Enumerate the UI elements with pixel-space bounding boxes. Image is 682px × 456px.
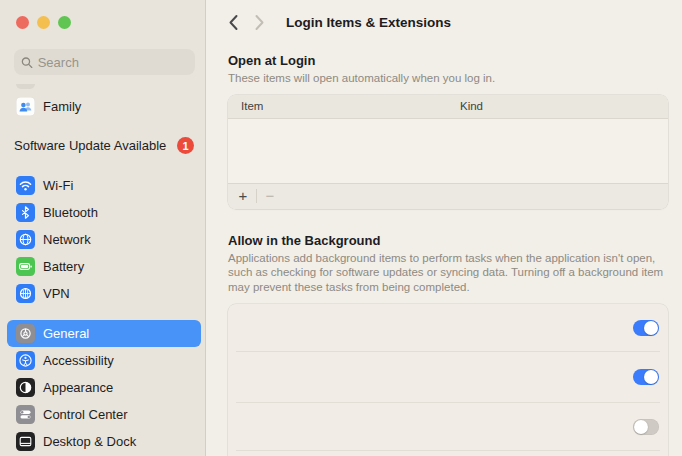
content-header: Login Items & Extensions [206,0,682,44]
search-field[interactable] [14,49,195,75]
sidebar-item-network[interactable]: Network [7,226,201,253]
gear-icon [16,324,35,343]
login-items-table: Item Kind + − [228,95,668,209]
partial-list-item [16,84,35,89]
sidebar-item-label: Desktop & Dock [43,434,136,449]
accessibility-icon [16,351,35,370]
background-item-toggle[interactable] [633,419,659,435]
column-header-item: Item [228,100,263,112]
minimize-window-button[interactable] [37,16,50,29]
page-title: Login Items & Extensions [286,15,451,30]
open-at-login-heading: Open at Login [228,53,668,68]
battery-icon [16,257,35,276]
row-separator [236,450,660,451]
forward-button[interactable] [246,9,272,35]
search-icon [21,56,33,69]
sidebar-item-family[interactable]: Family [7,93,201,120]
sidebar-item-general[interactable]: General [7,320,201,347]
background-item-row [228,403,668,450]
zoom-window-button[interactable] [58,16,71,29]
sidebar-item-label: Family [43,99,81,114]
sidebar-item-label: Network [43,232,91,247]
control-center-icon [16,405,35,424]
sidebar-item-label: Battery [43,259,84,274]
sidebar-list: Family Software Update Available 1 Wi-Fi [0,84,205,455]
background-item-row [228,304,668,351]
toggle-knob [644,370,658,384]
allow-background-heading: Allow in the Background [228,233,668,248]
sidebar-item-accessibility[interactable]: Accessibility [7,347,201,374]
sidebar-item-control-center[interactable]: Control Center [7,401,201,428]
sidebar-item-label: Appearance [43,380,113,395]
button-divider [256,189,257,203]
background-item-row [228,352,668,402]
background-item-toggle[interactable] [633,369,659,385]
add-item-button[interactable]: + [232,186,254,206]
globe-icon [16,230,35,249]
toggle-knob [644,321,658,335]
table-footer: + − [228,183,668,209]
update-count-badge: 1 [177,137,194,154]
wifi-icon [16,176,35,195]
allow-background-description: Applications add background items to per… [228,251,668,295]
sidebar-item-label: Wi-Fi [43,178,73,193]
window-controls [16,16,71,29]
toggle-knob [634,420,648,434]
background-item-toggle[interactable] [633,320,659,336]
content-pane: Login Items & Extensions Open at Login T… [206,0,682,456]
background-items-list [228,304,668,456]
bluetooth-icon [16,203,35,222]
sidebar-item-vpn[interactable]: VPN [7,280,201,307]
table-header: Item Kind [228,95,668,119]
sidebar-item-label: Bluetooth [43,205,98,220]
sidebar-item-bluetooth[interactable]: Bluetooth [7,199,201,226]
sidebar-item-appearance[interactable]: Appearance [7,374,201,401]
table-body-empty [228,119,668,183]
back-button[interactable] [220,9,246,35]
appearance-icon [16,378,35,397]
open-at-login-section: Open at Login These items will open auto… [228,53,668,456]
sidebar-item-desktop-dock[interactable]: Desktop & Dock [7,428,201,455]
sidebar-item-software-update[interactable]: Software Update Available 1 [7,132,201,159]
desktop-dock-icon [16,432,35,451]
chevron-right-icon [254,14,265,31]
column-header-kind: Kind [460,100,483,112]
sidebar-item-wifi[interactable]: Wi-Fi [7,172,201,199]
sidebar-item-label: General [43,326,89,341]
sidebar-item-battery[interactable]: Battery [7,253,201,280]
sidebar-item-label: Accessibility [43,353,114,368]
family-icon [16,97,35,116]
search-input[interactable] [38,55,188,70]
sidebar-item-label: Control Center [43,407,128,422]
remove-item-button[interactable]: − [259,186,281,206]
open-at-login-subtitle: These items will open automatically when… [228,71,668,86]
chevron-left-icon [228,14,239,31]
sidebar: Family Software Update Available 1 Wi-Fi [0,0,206,456]
close-window-button[interactable] [16,16,29,29]
sidebar-item-label: VPN [43,286,70,301]
software-update-label: Software Update Available [14,138,166,153]
vpn-globe-icon [16,284,35,303]
